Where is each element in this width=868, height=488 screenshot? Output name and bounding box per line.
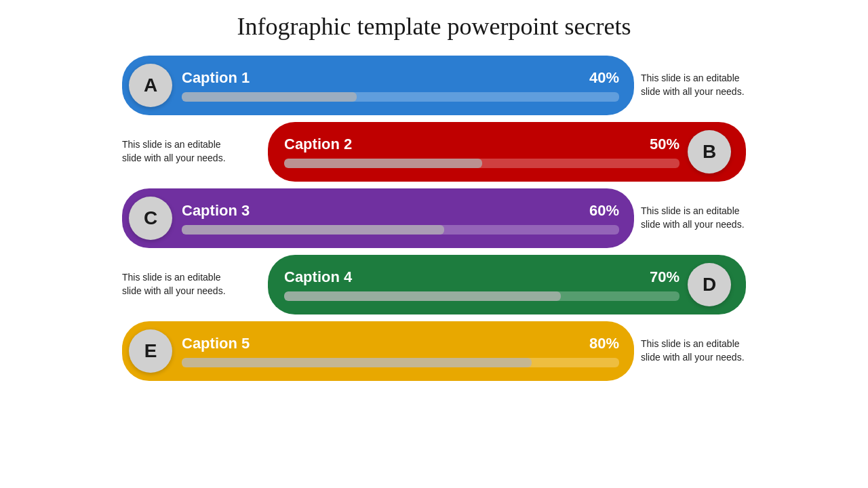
row-row3: CCaption 360%This slide is an editable s… <box>122 188 746 248</box>
percent-row2: 50% <box>650 136 679 153</box>
bar-row2: Caption 250%B <box>268 122 746 182</box>
bar-content-row1: Caption 140% <box>182 69 619 102</box>
bar-row4: Caption 470%D <box>268 255 746 314</box>
caption-row4: Caption 4 <box>284 268 352 286</box>
row-row2: This slide is an editable slide with all… <box>122 122 746 182</box>
percent-row5: 80% <box>589 335 619 352</box>
side-label-row3: This slide is an editable slide with all… <box>641 205 746 231</box>
letter-circle-row5: E <box>129 329 172 373</box>
side-label-row5: This slide is an editable slide with all… <box>641 338 746 364</box>
caption-row5: Caption 5 <box>182 335 250 352</box>
letter-circle-row4: D <box>688 263 731 306</box>
bar-row3: CCaption 360% <box>122 188 634 248</box>
side-label-row4: This slide is an editable slide with all… <box>122 271 227 298</box>
percent-row3: 60% <box>589 202 619 220</box>
letter-circle-row1: A <box>129 64 172 107</box>
bar-content-row4: Caption 470% <box>284 268 679 301</box>
bar-content-row5: Caption 580% <box>182 335 619 367</box>
side-label-row2: This slide is an editable slide with all… <box>122 138 227 165</box>
letter-circle-row3: C <box>129 197 172 240</box>
bar-content-row3: Caption 360% <box>182 202 619 235</box>
infographic-container: ACaption 140%This slide is an editable s… <box>0 56 868 381</box>
row-row4: This slide is an editable slide with all… <box>122 255 746 314</box>
bar-row1: ACaption 140% <box>122 56 634 115</box>
letter-circle-row2: B <box>688 130 731 174</box>
caption-row1: Caption 1 <box>182 69 250 87</box>
row-row1: ACaption 140%This slide is an editable s… <box>122 56 746 115</box>
bar-row5: ECaption 580% <box>122 321 634 381</box>
side-label-row1: This slide is an editable slide with all… <box>641 72 746 98</box>
bar-content-row2: Caption 250% <box>284 136 679 168</box>
percent-row1: 40% <box>589 69 619 87</box>
caption-row3: Caption 3 <box>182 202 250 220</box>
page-title: Infographic template powerpoint secrets <box>237 12 631 41</box>
row-row5: ECaption 580%This slide is an editable s… <box>122 321 746 381</box>
caption-row2: Caption 2 <box>284 136 352 153</box>
percent-row4: 70% <box>650 268 679 286</box>
